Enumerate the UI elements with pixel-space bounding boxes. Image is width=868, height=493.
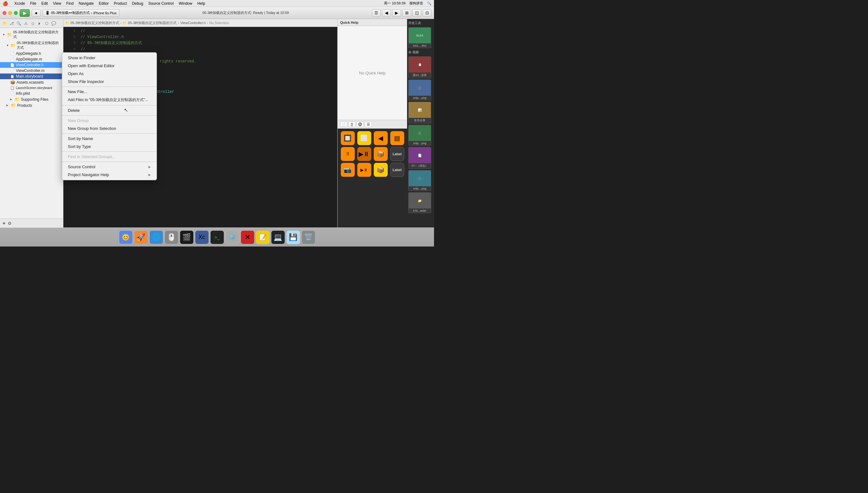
breakpoint-nav-icon[interactable]: ⬡	[44, 21, 49, 26]
dock-stickies[interactable]: 📝	[256, 230, 270, 244]
dock-quicktime[interactable]: 🎬	[180, 230, 194, 244]
dock-mouse[interactable]: 🖱️	[165, 230, 179, 244]
thumb-snip1[interactable]: 🖼 snip....png	[408, 80, 431, 101]
breadcrumb-file[interactable]: ViewController.h	[180, 21, 206, 25]
minimize-button[interactable]	[8, 11, 12, 15]
layout-btn1[interactable]: ⊞	[402, 9, 411, 17]
dock-safari[interactable]: 🌐	[149, 230, 163, 244]
dock-trash[interactable]: 🗑️	[302, 230, 315, 244]
menu-open-as[interactable]: Open As	[62, 70, 157, 78]
dock-launchpad[interactable]: 🚀	[134, 230, 148, 244]
dock-xmind[interactable]: ✕	[241, 230, 254, 244]
nav-viewcontroller-m[interactable]: 📄 ViewController.m	[0, 68, 63, 73]
stop-button[interactable]: ■	[32, 9, 41, 17]
folder-nav-icon[interactable]: 📁	[2, 21, 7, 26]
thumb-optimize[interactable]: 📄 07--（优化）	[408, 147, 431, 169]
menu-source-control[interactable]: Source Control	[148, 1, 174, 6]
lib-item-camera[interactable]: 📷	[341, 163, 355, 177]
thumb-snip2[interactable]: 🖼 snip....png	[408, 125, 431, 146]
menu-sort-by-type[interactable]: Sort by Type	[62, 143, 157, 150]
lib-item-label2[interactable]: Label	[390, 163, 404, 177]
nav-supporting-files[interactable]: ▶ 📁 Supporting Files	[0, 96, 63, 102]
test-nav-icon[interactable]: ◇	[30, 21, 36, 26]
maximize-button[interactable]	[14, 11, 18, 15]
menu-add-files[interactable]: Add Files to "05-3种加载自定义控制器的方式"...	[62, 96, 157, 104]
lib-item-nav-controller[interactable]: ◀	[374, 131, 388, 145]
add-file-button[interactable]: +	[2, 220, 5, 226]
menu-product[interactable]: Product	[114, 1, 127, 6]
menu-view[interactable]: View	[53, 1, 61, 6]
menu-new-file[interactable]: New File...	[62, 88, 157, 96]
search-icon[interactable]: 🔍	[427, 1, 432, 5]
menu-sort-by-name[interactable]: Sort by Name	[62, 135, 157, 143]
menu-editor[interactable]: Editor	[99, 1, 109, 6]
nav-products[interactable]: ▶ 📁 Products	[0, 102, 63, 108]
lib-item-label[interactable]: Label	[390, 147, 404, 161]
menu-navigate[interactable]: Navigate	[79, 1, 94, 6]
menu-edit[interactable]: Edit	[41, 1, 48, 6]
menu-show-in-finder[interactable]: Show in Finder	[62, 54, 157, 62]
debug-nav-icon[interactable]: ⏵	[37, 21, 42, 26]
run-button[interactable]: ▶	[20, 9, 30, 17]
inspector-toggle[interactable]: ⊡	[422, 9, 432, 17]
lib-item-media-player[interactable]: ▶⏸	[357, 147, 371, 161]
navigator-toggle[interactable]: ☰	[372, 9, 381, 17]
lib-item-storyboard-ref[interactable]: ⬜	[357, 131, 371, 145]
menu-debug[interactable]: Debug	[132, 1, 143, 6]
lib-item-table-view[interactable]: ▤	[390, 131, 404, 145]
menu-xcode[interactable]: Xcode	[14, 1, 25, 6]
menu-find[interactable]: Find	[66, 1, 74, 6]
menu-file[interactable]: File	[30, 1, 36, 6]
nav-viewcontroller-h[interactable]: 📄 ViewController.h	[0, 62, 63, 68]
close-button[interactable]	[2, 11, 6, 15]
file-inspector-icon[interactable]: 📄	[340, 121, 347, 127]
symbol-nav-icon[interactable]: 🔍	[16, 21, 22, 26]
thumb-ios-xlsx[interactable]: XLSX ios1....xlsx	[408, 27, 431, 48]
dock-finder[interactable]: 😊	[119, 230, 133, 244]
quick-help-icon[interactable]: {}	[348, 121, 355, 127]
nav-root-project[interactable]: ▼ 📁 05-3种加载自定义控制器的方式	[0, 29, 63, 40]
issue-nav-icon[interactable]: ⚠	[23, 21, 28, 26]
menu-project-navigator-help[interactable]: Project Navigator Help ▶	[62, 171, 157, 179]
filter-button[interactable]: ⊙	[8, 221, 12, 226]
thumb-snip3[interactable]: 🖼 snip....png	[408, 170, 431, 191]
lib-item-viewcontroller[interactable]: 🔲	[341, 131, 355, 145]
apple-menu[interactable]: 🍎	[2, 1, 8, 6]
nav-launch-screen[interactable]: 📋 LaunchScreen.storyboard	[0, 85, 63, 91]
identity-inspector-icon[interactable]: 🔘	[357, 121, 364, 127]
lib-item-3d-object[interactable]: 📦	[374, 147, 388, 161]
thumb-13-class[interactable]: 📋 第13...业班	[408, 57, 431, 78]
layout-btn2[interactable]: ◫	[412, 9, 421, 17]
menu-delete[interactable]: Delete ↖	[62, 106, 157, 114]
lib-item-player2[interactable]: ▶⏸	[357, 163, 371, 177]
nav-info-plist[interactable]: 📄 Info.plist	[0, 91, 63, 96]
nav-assets[interactable]: 📦 Assets.xcassets	[0, 79, 63, 85]
lib-item-box[interactable]: 📦	[374, 163, 388, 177]
attributes-inspector-icon[interactable]: ☰	[365, 121, 372, 127]
nav-appdelegate-m[interactable]: 📄 AppDelegate.m	[0, 57, 63, 62]
dock-emc[interactable]: 💾	[286, 230, 300, 244]
dock-iterm[interactable]: 💻	[271, 230, 285, 244]
thumb-ksi[interactable]: 📁 KSI...aster	[408, 192, 431, 213]
nav-appdelegate-h[interactable]: 📄 AppDelegate.h	[0, 51, 63, 57]
log-nav-icon[interactable]: 💬	[51, 21, 57, 26]
forward-button[interactable]: ▶	[392, 9, 401, 17]
menu-show-file-inspector[interactable]: Show File Inspector	[62, 78, 157, 86]
dock-terminal[interactable]: >_	[210, 230, 224, 244]
nav-main-storyboard[interactable]: 📋 Main.storyboard	[0, 73, 63, 79]
menu-help[interactable]: Help	[197, 1, 205, 6]
thumb-chedan[interactable]: 📊 车丹分享	[408, 102, 431, 124]
menu-window[interactable]: Window	[179, 1, 192, 6]
menu-open-external-editor[interactable]: Open with External Editor	[62, 62, 157, 70]
back-button[interactable]: ◀	[382, 9, 391, 17]
breadcrumb-subfolder[interactable]: 05-3种加载自定义控制器的方式	[128, 21, 177, 25]
source-control-nav-icon[interactable]: ⎇	[9, 21, 15, 26]
dock-system-prefs[interactable]: ⚙️	[225, 230, 239, 244]
dock-xcode[interactable]: Xc	[195, 230, 209, 244]
lib-item-collection[interactable]: ⠿	[341, 147, 355, 161]
menu-new-group-from-selection[interactable]: New Group from Selection	[62, 125, 157, 132]
nav-subfolder[interactable]: ▼ 📁 05-3种加载自定义控制器的方式	[0, 40, 63, 51]
scheme-selector[interactable]: 📱 05-3种加载•••制器的方式 › iPhone 6s Plus	[42, 9, 120, 17]
breadcrumb-project[interactable]: 05-3种加载自定义控制器的方式	[70, 21, 119, 25]
menu-source-control[interactable]: Source Control ▶	[62, 163, 157, 171]
